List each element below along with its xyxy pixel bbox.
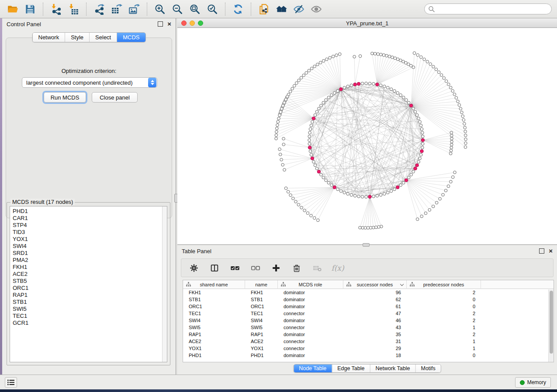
column-header-successor-nodes[interactable]: successor nodes [343, 280, 407, 289]
delete-column-button[interactable] [291, 262, 302, 274]
close-window-icon[interactable] [181, 21, 187, 26]
mcds-result-item[interactable]: YOX1 [13, 236, 167, 243]
table-cell: YOX1 [245, 346, 278, 351]
horizontal-splitter-handle[interactable] [363, 243, 370, 247]
mcds-result-item[interactable]: FKH1 [13, 264, 167, 271]
tab-style[interactable]: Style [65, 33, 89, 42]
mcds-result-item[interactable]: PMA2 [13, 257, 167, 264]
mcds-result-item[interactable]: ACE2 [13, 271, 167, 278]
column-header-predecessor-nodes[interactable]: predecessor nodes [407, 280, 481, 289]
table-row[interactable]: FKH1FKH1dominator962 [183, 289, 554, 296]
search-field[interactable] [424, 3, 552, 14]
table-row[interactable]: ORC1ORC1dominator610 [183, 303, 554, 310]
table-toolbar: f(x) [181, 258, 554, 277]
search-input[interactable] [435, 5, 551, 14]
table-row[interactable]: SWI4SWI4dominator462 [183, 317, 554, 324]
export-network-button[interactable] [93, 3, 106, 16]
table-row[interactable]: TEC1TEC1connector472 [183, 310, 554, 317]
import-table-button[interactable] [67, 3, 80, 16]
tab-network[interactable]: Network [32, 33, 65, 42]
show-eye-button[interactable] [310, 3, 323, 16]
mcds-result-item[interactable]: ORC1 [13, 285, 167, 292]
float-window-icon[interactable] [539, 248, 544, 254]
export-image-button[interactable] [128, 3, 141, 16]
save-session-button[interactable] [24, 3, 37, 16]
table-cell: 62 [343, 297, 407, 302]
tab-node-table[interactable]: Node Table [294, 364, 332, 372]
mcds-result-item[interactable]: SWI4 [13, 243, 167, 250]
export-image-icon [128, 3, 140, 15]
mcds-result-item[interactable]: CAR1 [13, 215, 167, 222]
hide-selected-button[interactable] [292, 3, 305, 16]
fx-icon: f(x) [331, 264, 344, 272]
tab-select[interactable]: Select [89, 33, 117, 42]
maximize-window-icon[interactable] [198, 21, 203, 26]
close-panel-icon[interactable]: × [549, 248, 553, 254]
mcds-result-item[interactable]: SRD1 [13, 250, 167, 257]
criterion-select[interactable]: largest connected component (undirected) [22, 77, 157, 88]
mcds-list-scrollbar[interactable] [162, 206, 167, 362]
table-row[interactable]: YOX1YOX1connector291 [183, 345, 554, 352]
criterion-value: largest connected component (undirected) [22, 79, 148, 86]
select-all-icon [230, 263, 240, 273]
table-scrollbar[interactable] [548, 289, 554, 362]
mcds-result-item[interactable]: STB1 [13, 299, 167, 306]
table-cell: 46 [343, 318, 407, 323]
houses-icon [276, 3, 287, 15]
zoom-in-icon [154, 3, 166, 15]
open-file-button[interactable] [6, 3, 19, 16]
table-row[interactable]: STB1STB1dominator620 [183, 296, 554, 303]
close-panel-button[interactable]: Close panel [92, 92, 138, 103]
mcds-result-item[interactable]: RAP1 [13, 292, 167, 299]
add-column-button[interactable] [270, 262, 282, 274]
show-columns-button[interactable] [209, 262, 220, 274]
column-header-name[interactable]: name [245, 280, 278, 289]
memory-button[interactable]: Memory [515, 377, 551, 388]
float-window-icon[interactable] [158, 21, 163, 27]
table-row[interactable]: PHD1PHD1dominator180 [183, 352, 554, 359]
table-row[interactable]: SWI5SWI5connector431 [183, 324, 554, 331]
mcds-result-item[interactable]: SWI5 [13, 306, 167, 313]
task-history-button[interactable] [5, 377, 17, 388]
zoom-selected-button[interactable] [206, 3, 219, 16]
mcds-result-item[interactable]: GCR1 [13, 320, 167, 327]
import-network-button[interactable] [49, 3, 62, 16]
tab-network-table[interactable]: Network Table [370, 364, 415, 372]
deselect-all-rows-button[interactable] [250, 262, 261, 274]
network-canvas[interactable] [177, 28, 557, 245]
network-window-titlebar [177, 18, 557, 28]
mcds-result-item[interactable]: TEC1 [13, 313, 167, 320]
table-cell: 0 [407, 304, 481, 309]
table-scrollbar-thumb[interactable] [550, 291, 553, 354]
table-row[interactable]: RAP1RAP1dominator352 [183, 331, 554, 338]
duplicate-network-button[interactable] [257, 3, 270, 16]
zoom-fit-button[interactable] [188, 3, 201, 16]
table-settings-button[interactable] [188, 262, 200, 274]
export-table-button[interactable] [110, 3, 123, 16]
mcds-result-item[interactable]: STB5 [13, 278, 167, 285]
tab-edge-table[interactable]: Edge Table [332, 364, 370, 372]
table-cell: RAP1 [183, 332, 245, 337]
select-all-rows-button[interactable] [229, 262, 241, 274]
run-mcds-button[interactable]: Run MCDS [44, 92, 86, 103]
mcds-result-list[interactable]: PHD1CAR1STP4TID3YOX1SWI4SRD1PMA2FKH1ACE2… [10, 206, 167, 362]
network-graph[interactable] [177, 28, 557, 245]
refresh-layout-button[interactable] [232, 3, 245, 16]
mcds-result-item[interactable]: STP4 [13, 222, 167, 229]
mcds-result-item[interactable]: PHD1 [13, 208, 167, 215]
close-panel-icon[interactable]: × [167, 21, 171, 27]
table-cell: 0 [407, 353, 481, 358]
table-row[interactable]: ACE2ACE2connector311 [183, 338, 554, 345]
show-all-button[interactable] [275, 3, 288, 16]
mcds-result-item[interactable]: TID3 [13, 229, 167, 236]
column-header-shared-name[interactable]: shared name [183, 280, 245, 289]
table-tabs: Node Table Edge Table Network Table Moti… [293, 364, 441, 373]
control-panel: Control Panel × Network Style Select MCD… [2, 18, 176, 375]
tab-mcds[interactable]: MCDS [117, 33, 145, 42]
tab-motifs[interactable]: Motifs [415, 364, 440, 372]
open-folder-icon [7, 3, 18, 15]
zoom-in-button[interactable] [153, 3, 166, 16]
zoom-out-button[interactable] [171, 3, 184, 16]
minimize-window-icon[interactable] [190, 21, 195, 26]
column-header-MCDS-role[interactable]: MCDS role [278, 280, 343, 289]
